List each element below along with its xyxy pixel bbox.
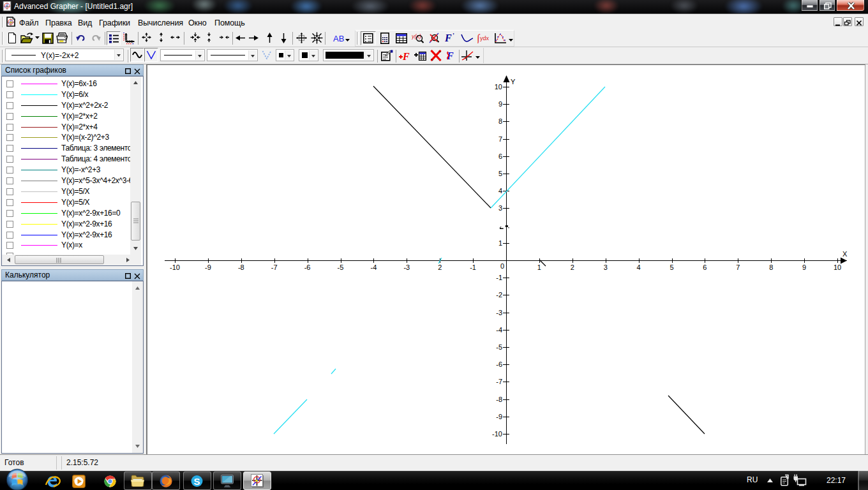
svg-text:-9: -9 [205,264,211,271]
svg-text:9: 9 [498,100,502,108]
svg-text:7: 7 [498,135,502,143]
svg-text:1: 1 [537,264,541,271]
svg-text:6: 6 [498,152,502,160]
svg-text:4: 4 [498,187,502,195]
svg-text:-2: -2 [496,291,502,299]
svg-text:-1: -1 [470,264,476,271]
svg-text:8: 8 [498,117,502,125]
svg-text:-4: -4 [496,326,502,334]
svg-text:F: F [402,51,410,61]
svg-text:10: 10 [495,83,502,91]
svg-text:-3: -3 [403,264,410,271]
svg-text:F: F [445,33,452,43]
svg-text:-8: -8 [496,396,502,403]
svg-text:9: 9 [802,264,806,271]
svg-text:ydx: ydx [480,35,490,41]
svg-text:-8: -8 [238,264,244,271]
svg-text:-7: -7 [496,378,502,385]
svg-text:-5: -5 [338,264,344,271]
svg-text:-10: -10 [492,430,502,438]
svg-text:2: 2 [438,264,442,271]
svg-text:1: 1 [498,239,502,247]
svg-text:2: 2 [571,264,574,271]
svg-text:5: 5 [498,170,502,177]
svg-text:0: 0 [500,262,504,270]
svg-text:-10: -10 [170,264,180,271]
svg-text:-3: -3 [496,309,502,316]
svg-text:7: 7 [736,264,740,271]
svg-text:S: S [194,476,200,487]
svg-text:-9: -9 [496,413,502,420]
svg-text:-6: -6 [304,264,311,271]
svg-text:3: 3 [498,204,502,212]
svg-text:Y: Y [511,78,516,85]
svg-text:5: 5 [670,264,673,271]
svg-text:3: 3 [604,264,608,271]
svg-text:8: 8 [769,264,773,271]
svg-text:10: 10 [834,264,841,271]
svg-text:-4: -4 [371,264,377,271]
svg-text:X: X [842,250,848,258]
svg-text:-6: -6 [496,360,502,368]
svg-text:6: 6 [703,264,707,271]
svg-text:-7: -7 [271,264,278,271]
svg-text:-1: -1 [496,274,502,281]
svg-text:4: 4 [637,264,641,271]
svg-text:-5: -5 [496,343,502,351]
svg-text:': ' [453,33,454,39]
